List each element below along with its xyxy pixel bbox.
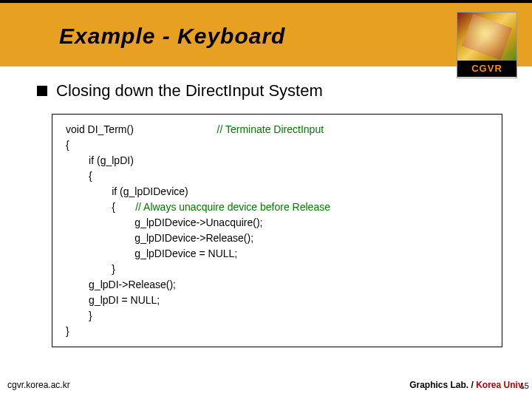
- code-line: }: [66, 310, 92, 321]
- logo-box: CGVR: [457, 12, 517, 78]
- code-comment: // Always unacquire device before Releas…: [135, 201, 330, 213]
- footer-credit: Graphics Lab. / Korea Univ.: [409, 380, 525, 390]
- footer-univ: Korea Univ.: [476, 380, 525, 390]
- slide-content: Closing down the DirectInput System void…: [0, 66, 532, 347]
- slide-header: Example - Keyboard CGVR: [0, 0, 532, 66]
- logo-label: CGVR: [457, 61, 516, 77]
- footer-separator: /: [468, 380, 476, 390]
- code-comment: // Terminate DirectInput: [134, 123, 324, 135]
- square-bullet-icon: [37, 86, 47, 96]
- code-block: void DI_Term() // Terminate DirectInput …: [52, 114, 502, 347]
- code-line: g_lpDIDevice->Unacquire();: [66, 216, 262, 228]
- code-line: {: [66, 170, 92, 182]
- code-line: g_lpDIDevice->Release();: [66, 232, 253, 244]
- bullet-text: Closing down the DirectInput System: [56, 81, 323, 100]
- footer-lab: Graphics Lab.: [409, 380, 468, 390]
- code-line: }: [66, 325, 69, 337]
- code-line: }: [66, 263, 115, 275]
- bullet-row: Closing down the DirectInput System: [37, 81, 510, 100]
- code-line: g_lpDI->Release();: [66, 279, 176, 290]
- code-line: if (g_lpDIDevice): [66, 185, 188, 197]
- slide-number: 15: [520, 381, 529, 390]
- slide-title: Example - Keyboard: [0, 3, 532, 49]
- code-line: g_lpDIDevice = NULL;: [66, 248, 237, 259]
- logo-image: [457, 13, 516, 61]
- code-line: void DI_Term(): [66, 123, 134, 135]
- code-line: {: [66, 139, 69, 151]
- code-line: {: [66, 201, 135, 213]
- footer-url: cgvr.korea.ac.kr: [7, 380, 70, 390]
- code-line: if (g_lpDI): [66, 154, 134, 166]
- code-line: g_lpDI = NULL;: [66, 294, 160, 306]
- slide-footer: cgvr.korea.ac.kr Graphics Lab. / Korea U…: [7, 380, 525, 390]
